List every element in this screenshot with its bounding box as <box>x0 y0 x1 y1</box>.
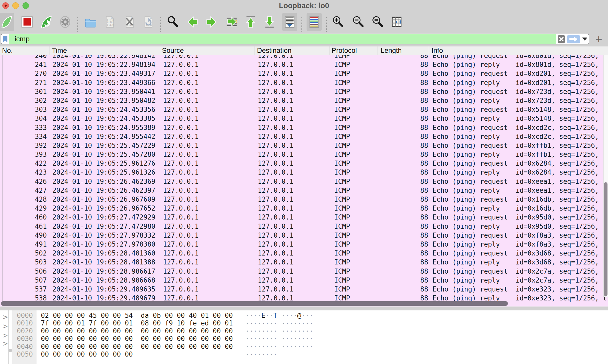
hex-offset: 0020 <box>17 327 33 335</box>
cell-dst: 127.0.0.1 <box>258 177 294 186</box>
packet-row[interactable]: 5072024-01-10 19:05:28.986668127.0.0.112… <box>0 276 608 285</box>
go-to-packet-icon[interactable] <box>225 15 238 29</box>
column-header-source[interactable]: Source <box>162 47 184 55</box>
column-header-time[interactable]: Time <box>52 47 67 55</box>
packet-row[interactable]: 3332024-01-10 19:05:24.955389127.0.0.112… <box>0 123 608 132</box>
packet-row[interactable]: 3012024-01-10 19:05:23.950441127.0.0.112… <box>0 87 608 96</box>
cell-pr: ICMP <box>334 213 350 222</box>
colorize-icon[interactable] <box>308 15 321 29</box>
cell-len: 88 <box>404 168 428 177</box>
save-file-icon[interactable]: 010100110101110 <box>103 15 116 29</box>
cell-src: 127.0.0.1 <box>163 249 199 258</box>
packet-row[interactable]: 3922024-01-10 19:05:25.457229127.0.0.112… <box>0 141 608 150</box>
column-divider[interactable] <box>429 46 429 55</box>
cell-dst: 127.0.0.1 <box>258 231 294 240</box>
packet-row[interactable]: 2402024-01-10 19:05:22.948142127.0.0.112… <box>0 55 608 60</box>
cell-pr: ICMP <box>334 78 350 87</box>
cell-pr: ICMP <box>334 87 350 96</box>
auto-scroll-icon[interactable] <box>283 15 296 29</box>
go-first-icon[interactable] <box>244 15 257 29</box>
cell-len: 88 <box>404 186 428 195</box>
packet-bytes-pane[interactable]: 000002 00 00 00 45 00 00 54 da 0b 00 00 … <box>0 312 608 358</box>
column-divider[interactable] <box>50 46 50 55</box>
hex-row[interactable]: 00107f 00 00 01 7f 00 00 01 08 00 f9 10 … <box>0 319 608 327</box>
column-header-length[interactable]: Length <box>381 47 402 55</box>
column-header-destination[interactable]: Destination <box>257 47 291 55</box>
column-header-info[interactable]: Info <box>431 47 443 55</box>
hex-row[interactable]: 004000 00 00 00 00 00 00 00 00 00 00 00 … <box>0 343 608 350</box>
packet-list[interactable]: 2402024-01-10 19:05:22.948142127.0.0.112… <box>0 55 608 306</box>
cell-info: Echo (ping) request id=0x801d, seq=1/256… <box>432 55 599 60</box>
go-last-icon[interactable] <box>263 15 276 29</box>
packet-row[interactable]: 3342024-01-10 19:05:24.955442127.0.0.112… <box>0 132 608 141</box>
packet-row[interactable]: 2412024-01-10 19:05:22.948194127.0.0.112… <box>0 60 608 69</box>
packet-row[interactable]: 4612024-01-10 19:05:27.472980127.0.0.112… <box>0 222 608 231</box>
cell-pr: ICMP <box>334 240 350 249</box>
vertical-scrollbar-thumb[interactable] <box>604 182 607 296</box>
column-divider[interactable] <box>330 46 330 55</box>
packet-row[interactable]: 5372024-01-10 19:05:29.489635127.0.0.112… <box>0 285 608 294</box>
packet-row[interactable]: 4292024-01-10 19:05:26.967652127.0.0.112… <box>0 204 608 213</box>
packet-row[interactable]: 5032024-01-10 19:05:28.481388127.0.0.112… <box>0 258 608 267</box>
packet-row[interactable]: 4232024-01-10 19:05:25.961326127.0.0.112… <box>0 168 608 177</box>
packet-row[interactable]: 3042024-01-10 19:05:24.453385127.0.0.112… <box>0 114 608 123</box>
resize-columns-icon[interactable] <box>390 15 403 29</box>
packet-row[interactable]: 4222024-01-10 19:05:25.961276127.0.0.112… <box>0 159 608 168</box>
packet-row[interactable]: 5022024-01-10 19:05:28.481360127.0.0.112… <box>0 249 608 258</box>
hex-row[interactable]: 003000 00 00 00 00 00 00 00 00 00 00 00 … <box>0 335 608 343</box>
display-filter-field[interactable]: icmp <box>1 34 589 44</box>
go-back-icon[interactable] <box>186 15 199 29</box>
find-packet-icon[interactable] <box>166 15 179 29</box>
zoom-in-icon[interactable] <box>331 15 344 29</box>
column-header-protocol[interactable]: Protocol <box>332 47 357 55</box>
packet-row[interactable]: 3932024-01-10 19:05:25.457280127.0.0.112… <box>0 150 608 159</box>
zoom-out-icon[interactable] <box>351 15 365 29</box>
packet-row[interactable]: 4912024-01-10 19:05:27.978380127.0.0.112… <box>0 240 608 249</box>
column-header-no[interactable]: No. <box>2 47 13 55</box>
filter-input[interactable]: icmp <box>9 34 556 44</box>
packet-row[interactable]: 4902024-01-10 19:05:27.978332127.0.0.112… <box>0 231 608 240</box>
zoom-window-button[interactable] <box>22 2 29 9</box>
packet-row[interactable]: 4262024-01-10 19:05:26.462369127.0.0.112… <box>0 177 608 186</box>
hex-offset: 0030 <box>17 335 33 343</box>
horizontal-scrollbar-thumb[interactable] <box>1 301 508 306</box>
packet-row[interactable]: 2712024-01-10 19:05:23.449366127.0.0.112… <box>0 78 608 87</box>
start-capture-icon[interactable] <box>0 15 13 29</box>
packet-row[interactable]: 4272024-01-10 19:05:26.462397127.0.0.112… <box>0 186 608 195</box>
column-divider[interactable] <box>378 46 378 55</box>
packet-row[interactable]: 4282024-01-10 19:05:26.967609127.0.0.112… <box>0 195 608 204</box>
hex-row[interactable]: 000002 00 00 00 45 00 00 54 da 0b 00 00 … <box>0 312 608 319</box>
column-divider[interactable] <box>159 46 159 55</box>
reload-file-icon[interactable]: 01110 <box>142 15 155 29</box>
open-file-icon[interactable] <box>84 15 97 29</box>
packet-row[interactable]: 3032024-01-10 19:05:24.453356127.0.0.112… <box>0 105 608 114</box>
packet-row[interactable]: 4602024-01-10 19:05:27.472929127.0.0.112… <box>0 213 608 222</box>
cell-time: 2024-01-10 19:05:22.948142 <box>52 55 155 60</box>
cell-len: 88 <box>404 141 428 150</box>
packet-row[interactable]: 2702024-01-10 19:05:23.449317127.0.0.112… <box>0 69 608 78</box>
stop-capture-icon[interactable] <box>20 15 34 29</box>
minimize-window-button[interactable] <box>12 2 19 9</box>
cell-len: 88 <box>404 123 428 132</box>
cell-src: 127.0.0.1 <box>163 258 199 267</box>
clear-filter-button[interactable] <box>558 35 565 43</box>
zoom-normal-icon[interactable] <box>371 15 384 29</box>
go-forward-icon[interactable] <box>205 15 218 29</box>
filter-bookmark-button[interactable] <box>1 34 9 44</box>
column-divider[interactable] <box>254 46 254 55</box>
apply-filter-button[interactable] <box>567 35 580 43</box>
filter-dropdown-icon[interactable] <box>582 38 587 41</box>
hex-row[interactable]: 002000 00 00 00 00 00 00 00 00 00 00 00 … <box>0 327 608 335</box>
capture-options-gear-icon[interactable] <box>59 15 72 29</box>
restart-capture-icon[interactable] <box>40 15 53 29</box>
add-filter-button-plus-icon[interactable]: + <box>593 33 605 45</box>
packet-row[interactable]: 5062024-01-10 19:05:28.986617127.0.0.112… <box>0 267 608 276</box>
packet-row[interactable]: 3022024-01-10 19:05:23.950482127.0.0.112… <box>0 96 608 105</box>
cell-no: 393 <box>10 150 47 159</box>
close-window-button[interactable] <box>2 2 9 9</box>
pane-splitter[interactable] <box>0 307 608 310</box>
cell-src: 127.0.0.1 <box>163 78 199 87</box>
cell-info: Echo (ping) request id=0x16db, seq=1/256… <box>432 195 599 204</box>
hex-row[interactable]: 005000 00 00 00 00 00 00 00········ <box>0 350 608 358</box>
close-file-icon[interactable]: 01110 <box>123 15 136 29</box>
